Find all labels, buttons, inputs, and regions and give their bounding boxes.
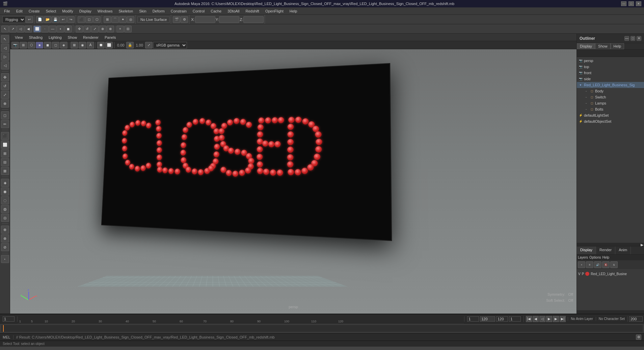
layer-mute-btn[interactable]: 🔇	[602, 261, 610, 268]
menu-file[interactable]: File	[1, 8, 13, 14]
y-input[interactable]	[219, 16, 239, 23]
menu-cache[interactable]: Cache	[208, 8, 224, 14]
menu-display[interactable]: Display	[77, 8, 94, 14]
tree-item-root[interactable]: ▼ Red_LED_Light_Business_Sig	[577, 82, 644, 88]
tree-item-body[interactable]: → ◻ Body	[577, 88, 644, 94]
select-mode-btn[interactable]: ↖	[1, 26, 9, 32]
vert-mode-btn[interactable]: ·	[41, 26, 49, 32]
frame-btn[interactable]: ⊟	[124, 26, 132, 32]
play-back-btn[interactable]: ◁	[539, 316, 545, 322]
outliner-search-input[interactable]	[577, 50, 644, 57]
rb-options-tab[interactable]: Options	[589, 256, 601, 259]
redo-btn[interactable]: ↪	[67, 16, 75, 23]
maximize-button[interactable]: □	[628, 1, 634, 6]
left-extra-3[interactable]: ⊘	[1, 243, 9, 251]
left-tool-b[interactable]: ⬜	[1, 141, 9, 149]
menu-constrain[interactable]: Constrain	[168, 8, 189, 14]
range-start-input[interactable]	[467, 316, 479, 322]
paint-btn[interactable]: ⬡	[93, 16, 101, 23]
tree-item-lamps[interactable]: → ◻ Lamps	[577, 100, 644, 106]
vp-gate-btn[interactable]: ⬜	[105, 42, 113, 49]
edge-mode-btn[interactable]: —	[49, 26, 56, 32]
new-file-btn[interactable]: 📄	[36, 16, 44, 23]
vp-isolate-btn[interactable]: ◉	[79, 42, 86, 49]
toolbar-btn-1[interactable]: ↩	[26, 16, 33, 23]
viewport-renderer-menu[interactable]: Renderer	[80, 35, 101, 40]
layer-options-btn[interactable]: ≡	[586, 261, 593, 268]
menu-skin[interactable]: Skin	[136, 8, 149, 14]
left-tool-d[interactable]: ⊟	[1, 158, 9, 166]
vp-grid-btn[interactable]: ⊞	[20, 42, 27, 49]
timeline-ruler[interactable]: 1 5 10 20 30 40 50 60 70 80 90 100 110 1…	[18, 314, 464, 324]
outliner-close-btn[interactable]: ✕	[637, 36, 641, 41]
layer-add-btn[interactable]: +	[578, 261, 585, 268]
range-step-input[interactable]	[509, 316, 521, 322]
select-tool-btn[interactable]: ↖	[1, 35, 9, 43]
outliner-maximize-btn[interactable]: □	[630, 36, 635, 41]
status-settings-btn[interactable]: ⚙	[636, 334, 641, 340]
poly-btn[interactable]: ◻	[1, 111, 9, 119]
lasso-select-btn[interactable]: ↗	[9, 26, 17, 32]
vp-hud-btn[interactable]: 🔲	[97, 42, 105, 49]
tree-item-switch[interactable]: → ◻ Switch	[577, 94, 644, 100]
layer-solo-btn[interactable]: S	[610, 261, 618, 268]
vp-lock-btn[interactable]: 🔒	[126, 42, 134, 49]
color-space-dropdown[interactable]: sRGB gamma	[153, 42, 187, 49]
total-end-input[interactable]	[629, 316, 643, 322]
layer-row-1[interactable]: V P Red_LED_Light_Busine	[578, 270, 643, 277]
tree-item-persp[interactable]: 📷 persp	[577, 58, 644, 64]
snap-point-btn[interactable]: ✦	[119, 16, 127, 23]
left-tool-i[interactable]: ◍	[1, 205, 9, 213]
soft-mod-btn[interactable]: ◁	[1, 61, 9, 69]
snap-surface-btn[interactable]: ◎	[127, 16, 134, 23]
tree-item-objectset[interactable]: ⚡ defaultObjectSet	[577, 118, 644, 124]
menu-edit[interactable]: Edit	[14, 8, 25, 14]
left-small-1[interactable]: ▪	[1, 255, 9, 263]
plus-btn[interactable]: +	[116, 26, 124, 32]
menu-windows[interactable]: Windows	[95, 8, 115, 14]
sculpt-btn[interactable]: ✏	[1, 120, 9, 128]
menu-help[interactable]: Help	[287, 8, 300, 14]
rotate-tool-btn[interactable]: ↺	[1, 82, 9, 90]
menu-skeleton[interactable]: Skeleton	[116, 8, 136, 14]
viewport-shading-menu[interactable]: Shading	[26, 35, 45, 40]
rb-scrollbar-h[interactable]	[577, 310, 644, 314]
left-extra-2[interactable]: ⊗	[1, 234, 9, 242]
z-input[interactable]	[243, 16, 264, 23]
scale-tool-btn[interactable]: ⤢	[1, 91, 9, 99]
outliner-show-tab[interactable]: Show	[595, 43, 611, 49]
menu-select[interactable]: Select	[43, 8, 59, 14]
move-tool-btn[interactable]: ✜	[1, 73, 9, 81]
soft-select-btn[interactable]: ◀	[25, 26, 32, 32]
close-button[interactable]: ✕	[636, 1, 641, 6]
left-tool-a[interactable]: ⬛	[1, 132, 9, 140]
open-file-btn[interactable]: 📂	[44, 16, 51, 23]
outliner-display-tab[interactable]: Display	[577, 43, 595, 49]
timeline-keyframe-track[interactable]	[1, 325, 643, 332]
obj-mode-btn[interactable]: ⬜	[33, 26, 41, 32]
play-forward-btn[interactable]: ▶	[546, 316, 552, 322]
viewport-show-menu[interactable]: Show	[65, 35, 80, 40]
menu-redshift[interactable]: Redshift	[243, 8, 262, 14]
paint-select-btn[interactable]: ◁	[17, 26, 24, 32]
vp-aa-btn[interactable]: A	[87, 42, 94, 49]
minimize-button[interactable]: —	[621, 1, 626, 6]
rb-render-tab[interactable]: Render	[596, 246, 615, 254]
lasso-btn[interactable]: ◻	[85, 16, 93, 23]
outliner-minimize-btn[interactable]: —	[624, 36, 629, 41]
rb-display-tab[interactable]: Display	[577, 246, 596, 254]
save-file-btn[interactable]: 💾	[52, 16, 59, 23]
vp-wire-btn[interactable]: ⬡	[28, 42, 35, 49]
tree-item-top[interactable]: 📷 top	[577, 64, 644, 70]
scale-btn[interactable]: ⤢	[91, 26, 99, 32]
vp-xray-btn[interactable]: ⊠	[71, 42, 78, 49]
mode-dropdown[interactable]: Rigging	[2, 16, 25, 23]
vp-light-btn[interactable]: ◻	[52, 42, 59, 49]
range-end-input[interactable]	[496, 316, 508, 322]
menu-3dtoall[interactable]: 3DtoAll	[225, 8, 242, 14]
rb-layers-tab[interactable]: Layers	[578, 256, 588, 259]
left-extra-1[interactable]: ⊕	[1, 226, 9, 234]
menu-deform[interactable]: Deform	[150, 8, 167, 14]
menu-create[interactable]: Create	[26, 8, 43, 14]
go-start-btn[interactable]: |◀	[526, 316, 532, 322]
